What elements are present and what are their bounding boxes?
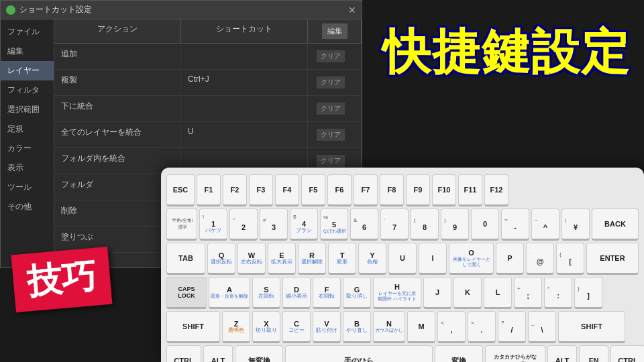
key-1[interactable]: !1バケツ xyxy=(199,208,227,241)
sidebar-item-view[interactable]: 表示 xyxy=(1,158,54,178)
key-8[interactable]: (8 xyxy=(411,208,439,241)
sidebar-item-selection[interactable]: 選択範囲 xyxy=(1,100,54,119)
key-shift-right[interactable]: SHIFT xyxy=(558,311,625,343)
key-q[interactable]: Q選択反転 xyxy=(207,243,235,275)
key-5[interactable]: %5なげわ選択 xyxy=(320,208,348,241)
keyboard: ESC F1 F2 F3 F4 F5 F6 F7 F8 F9 F10 F11 F… xyxy=(161,168,644,362)
key-colon[interactable]: *: xyxy=(544,277,572,309)
key-f10[interactable]: F10 xyxy=(432,174,456,206)
key-row-function: ESC F1 F2 F3 F4 F5 F6 F7 F8 F9 F10 F11 F… xyxy=(166,174,639,206)
key-o[interactable]: O画像をレイヤーとして開く xyxy=(449,243,494,275)
key-slash[interactable]: ?/ xyxy=(498,311,526,343)
key-h[interactable]: Hレイヤーを元に戻範囲外 ハイライト xyxy=(373,277,421,309)
sidebar-item-edit[interactable]: 編集 xyxy=(1,42,54,61)
key-a[interactable]: A図形・反形を解除 xyxy=(209,277,250,309)
key-bracket-r[interactable]: }] xyxy=(574,277,602,309)
key-caret[interactable]: ~^ xyxy=(531,208,559,241)
key-6[interactable]: &6 xyxy=(350,208,378,241)
key-muhenkan[interactable]: 無変換 xyxy=(235,345,283,362)
key-z[interactable]: Z透明色 xyxy=(222,311,250,343)
edit-button[interactable]: 編集 xyxy=(322,23,347,39)
key-9[interactable]: )9 xyxy=(441,208,469,241)
key-3[interactable]: #3 xyxy=(260,208,288,241)
key-x[interactable]: X切り取り xyxy=(252,311,280,343)
key-i[interactable]: I xyxy=(419,243,447,275)
key-semicolon[interactable]: +; xyxy=(514,277,542,309)
dialog-title: ショートカット設定 xyxy=(19,4,348,15)
key-r[interactable]: R選択解除 xyxy=(298,243,326,275)
key-comma[interactable]: <, xyxy=(437,311,466,343)
key-m[interactable]: M xyxy=(407,311,435,343)
key-f5[interactable]: F5 xyxy=(301,174,325,206)
key-g[interactable]: G取り消し xyxy=(343,277,371,309)
key-henkan[interactable]: 変換 xyxy=(435,345,483,362)
sidebar-item-ruler[interactable]: 定規 xyxy=(1,119,54,139)
key-f11[interactable]: F11 xyxy=(458,174,482,206)
key-v[interactable]: V貼り付け xyxy=(313,311,341,343)
key-b[interactable]: Bやり直し xyxy=(343,311,371,343)
key-alt-left[interactable]: ALT xyxy=(203,345,233,362)
key-t[interactable]: T変形 xyxy=(328,243,356,275)
key-caps[interactable]: CAPSLOCK xyxy=(166,277,207,309)
key-f3[interactable]: F3 xyxy=(249,174,273,206)
key-fn[interactable]: FN xyxy=(579,345,608,362)
key-7[interactable]: '7 xyxy=(380,208,409,241)
key-zenkaku[interactable]: 半角/全角/漢字 xyxy=(166,208,197,241)
key-u[interactable]: U xyxy=(388,243,417,275)
key-ctrl-right[interactable]: CTRL xyxy=(610,345,644,362)
key-0[interactable]: 0 xyxy=(471,208,499,241)
key-f4[interactable]: F4 xyxy=(275,174,299,206)
close-button[interactable]: ✕ xyxy=(348,5,356,15)
key-space[interactable]: 手のひら xyxy=(285,345,433,362)
key-f9[interactable]: F9 xyxy=(406,174,430,206)
clear-button[interactable]: クリア xyxy=(317,155,345,167)
key-ctrl-left[interactable]: CTRL xyxy=(166,345,201,362)
key-enter[interactable]: ENTER xyxy=(586,243,639,275)
key-y[interactable]: Y色相 xyxy=(358,243,386,275)
clear-button[interactable]: クリア xyxy=(317,76,345,88)
key-c[interactable]: Cコピー xyxy=(282,311,311,343)
key-f12[interactable]: F12 xyxy=(484,174,508,206)
clear-button[interactable]: クリア xyxy=(317,50,345,62)
sidebar-item-other[interactable]: その他 xyxy=(1,197,54,217)
key-shift-left[interactable]: SHIFT xyxy=(166,311,220,343)
key-w[interactable]: W左右反転 xyxy=(237,243,266,275)
key-row-qwerty: TAB Q選択反転 W左右反転 E拡大表示 R選択解除 T変形 Y色相 U I … xyxy=(166,243,639,275)
key-f2[interactable]: F2 xyxy=(223,174,247,206)
key-backspace[interactable]: BACK xyxy=(592,208,639,241)
sidebar-item-file[interactable]: ファイル xyxy=(1,22,54,42)
key-n[interactable]: Nガウスぼかし xyxy=(373,311,405,343)
key-2[interactable]: "2 xyxy=(229,208,258,241)
key-period[interactable]: >. xyxy=(468,311,496,343)
key-k[interactable]: K xyxy=(453,277,482,309)
key-f1[interactable]: F1 xyxy=(197,174,221,206)
key-4[interactable]: $4ブラシ xyxy=(290,208,318,241)
key-at[interactable]: `@ xyxy=(526,243,554,275)
key-bracket-l[interactable]: {[ xyxy=(556,243,584,275)
sidebar-item-layer[interactable]: レイヤー xyxy=(1,61,54,80)
key-p[interactable]: P xyxy=(496,243,524,275)
key-backslash[interactable]: _\ xyxy=(528,311,556,343)
key-s[interactable]: S左回転 xyxy=(252,277,280,309)
table-header: アクション ショートカット 編集 xyxy=(54,19,362,44)
clear-button[interactable]: クリア xyxy=(317,129,345,141)
sidebar-item-tool[interactable]: ツール xyxy=(1,178,54,197)
key-l[interactable]: L xyxy=(484,277,512,309)
key-tab[interactable]: TAB xyxy=(166,243,205,275)
key-yen[interactable]: |¥ xyxy=(561,208,590,241)
key-e[interactable]: E拡大表示 xyxy=(268,243,296,275)
key-row-numbers: 半角/全角/漢字 !1バケツ "2 #3 $4ブラシ %5なげわ選択 &6 '7… xyxy=(166,208,639,241)
sidebar-item-color[interactable]: カラー xyxy=(1,139,54,158)
key-f[interactable]: F右回転 xyxy=(313,277,341,309)
key-kana[interactable]: カタカナひらがなローマ字 xyxy=(485,345,545,362)
sidebar-item-filter[interactable]: フィルタ xyxy=(1,80,54,100)
key-f7[interactable]: F7 xyxy=(354,174,378,206)
key-minus[interactable]: =- xyxy=(501,208,529,241)
key-j[interactable]: J xyxy=(423,277,451,309)
key-alt-right[interactable]: ALT xyxy=(547,345,577,362)
key-d[interactable]: D縮小表示 xyxy=(282,277,311,309)
key-f6[interactable]: F6 xyxy=(327,174,352,206)
key-esc[interactable]: ESC xyxy=(166,174,195,206)
clear-button[interactable]: クリア xyxy=(317,103,345,115)
key-f8[interactable]: F8 xyxy=(380,174,404,206)
